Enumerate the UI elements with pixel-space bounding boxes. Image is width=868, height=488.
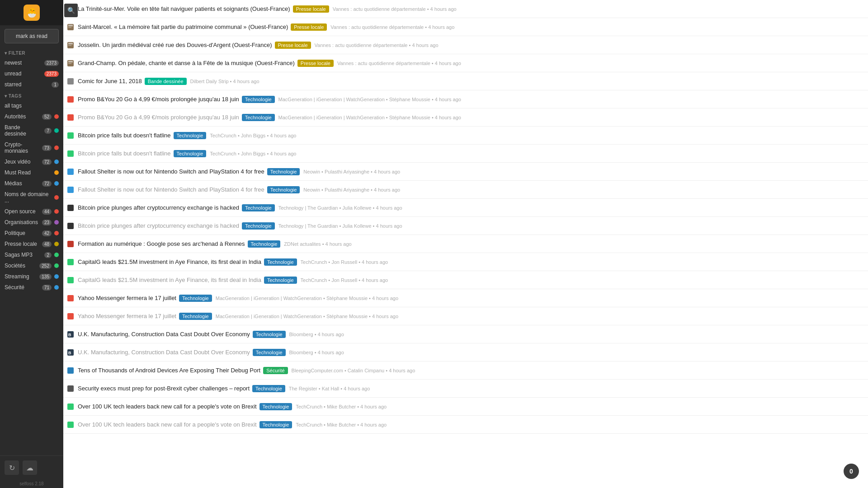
search-button[interactable]: 🔍: [64, 4, 78, 17]
svg-rect-37: [67, 422, 74, 428]
article-row[interactable]: CapitalG leads $21.5M investment in Aye …: [63, 271, 868, 289]
article-row[interactable]: Formation au numérique : Google pose ses…: [63, 235, 868, 253]
sidebar-item-politique[interactable]: Politique42: [0, 228, 63, 239]
article-tag: Presse locale: [291, 23, 327, 31]
article-tag: Technologie: [248, 240, 281, 248]
article-title: Formation au numérique : Google pose ses…: [78, 240, 245, 247]
article-favicon: [67, 150, 74, 157]
article-title: Over 100 UK tech leaders back new call f…: [78, 421, 257, 428]
sidebar-item-sagas-mp3[interactable]: Sagas MP32: [0, 249, 63, 260]
article-title: Fallout Shelter is now out for Nintendo …: [78, 168, 264, 175]
sidebar-bottom: ↻ ☁: [0, 455, 63, 479]
tag-color-dot: [54, 253, 59, 257]
sidebar-tag-label: Politique: [5, 230, 40, 236]
sidebar-item-bande-dessinee[interactable]: Bande dessinée7: [0, 122, 63, 139]
article-row[interactable]: Security execs must prep for post-Brexit…: [63, 380, 868, 398]
article-row[interactable]: Grand-Champ. On pédale, chante et danse …: [63, 54, 868, 72]
article-row[interactable]: Bitcoin price falls but doesn't flatline…: [63, 127, 868, 145]
article-tag: Bande dessinée: [145, 78, 187, 85]
article-row[interactable]: Yahoo Messenger fermera le 17 juilletTec…: [63, 307, 868, 325]
article-favicon: [67, 403, 74, 410]
sidebar-item-crypto-monnaies[interactable]: Crypto-monnaies73: [0, 139, 63, 156]
article-tag: Technologie: [242, 114, 275, 121]
svg-rect-16: [67, 78, 74, 84]
article-row[interactable]: Fallout Shelter is now out for Nintendo …: [63, 163, 868, 181]
sidebar-item-presse-locale[interactable]: Presse locale48: [0, 239, 63, 249]
article-row[interactable]: Yahoo Messenger fermera le 17 juilletTec…: [63, 289, 868, 307]
sidebar: 🐣 mark as read FILTER newest2373unread23…: [0, 0, 63, 488]
sidebar-tag-label: Noms de domaine ...: [5, 191, 52, 204]
article-row[interactable]: La Trinité-sur-Mer. Voile en tête fait n…: [63, 0, 868, 18]
svg-rect-28: [67, 295, 74, 301]
article-meta: TechCrunch • John Biggs • 4 hours ago: [210, 151, 296, 156]
sidebar-item-unread[interactable]: unread2373: [0, 68, 63, 79]
sidebar-item-streaming[interactable]: Streaming135: [0, 271, 63, 282]
version-label: selfoss 2.18: [0, 479, 63, 488]
article-row[interactable]: Bitcoin price falls but doesn't flatline…: [63, 145, 868, 163]
article-favicon: [67, 313, 74, 320]
article-row[interactable]: Comic for June 11, 2018Bande dessinéeDil…: [63, 72, 868, 90]
sidebar-item-open-source[interactable]: Open source44: [0, 206, 63, 217]
article-tag: Technologie: [179, 313, 212, 320]
mark-as-read-button[interactable]: mark as read: [5, 29, 59, 43]
article-meta: Neowin • Pulasthi Ariyasinghe • 4 hours …: [303, 169, 400, 174]
tag-color-dot: [54, 114, 59, 119]
article-tag: Technologie: [252, 385, 285, 392]
article-meta: Technology | The Guardian • Julia Kollew…: [278, 205, 402, 211]
svg-rect-22: [67, 187, 74, 193]
article-favicon: [67, 42, 74, 49]
tags-section-title: TAGS: [0, 90, 63, 100]
article-row[interactable]: Over 100 UK tech leaders back new call f…: [63, 398, 868, 416]
sidebar-item-count: 2373: [44, 60, 59, 66]
logo-icon: 🐣: [26, 7, 38, 18]
article-favicon: [67, 421, 74, 428]
article-favicon: [67, 23, 74, 31]
sidebar-item-medias[interactable]: Médias72: [0, 178, 63, 189]
sidebar-item-jeux-video[interactable]: Jeux vidéo72: [0, 156, 63, 167]
tag-color-dot: [54, 145, 59, 150]
sidebar-item-all-tags[interactable]: all tags: [0, 100, 63, 111]
article-row[interactable]: Tens of Thousands of Android Devices Are…: [63, 361, 868, 380]
sidebar-tag-count: 48: [42, 241, 52, 247]
svg-rect-23: [67, 205, 74, 211]
sidebar-item-autorites[interactable]: Autorités52: [0, 111, 63, 122]
tag-color-dot: [54, 160, 59, 164]
article-row[interactable]: CapitalG leads $21.5M investment in Aye …: [63, 253, 868, 271]
article-tag: Technologie: [242, 204, 275, 211]
sidebar-item-starred[interactable]: starred1: [0, 79, 63, 90]
sidebar-item-must-read[interactable]: Must Read: [0, 167, 63, 178]
article-row[interactable]: Bitcoin price plunges after cryptocurren…: [63, 199, 868, 217]
cloud-button[interactable]: ☁: [23, 460, 37, 475]
sidebar-item-noms-de-domaine[interactable]: Noms de domaine ...: [0, 189, 63, 206]
article-row[interactable]: Fallout Shelter is now out for Nintendo …: [63, 181, 868, 199]
sidebar-item-organisations[interactable]: Organisations23: [0, 217, 63, 228]
app-logo: 🐣: [24, 5, 40, 21]
article-row[interactable]: Promo B&You 20 Go à 4,99 €/mois prolongé…: [63, 108, 868, 127]
sidebar-item-newest[interactable]: newest2373: [0, 57, 63, 68]
refresh-button[interactable]: ↻: [5, 460, 19, 475]
sidebar-tag-label: Médias: [5, 180, 40, 187]
avatar-badge[interactable]: 0: [844, 464, 859, 479]
article-title: Josselin. Un jardin médiéval créé rue de…: [78, 42, 272, 48]
article-meta: TechCrunch • John Biggs • 4 hours ago: [210, 133, 296, 138]
article-row[interactable]: Promo B&You 20 Go à 4,99 €/mois prolongé…: [63, 90, 868, 108]
sidebar-item-securite[interactable]: Sécurité71: [0, 282, 63, 293]
sidebar-item-societes[interactable]: Sociétés252: [0, 260, 63, 271]
article-favicon: [67, 132, 74, 139]
svg-rect-35: [67, 385, 74, 392]
article-row[interactable]: Bitcoin price plunges after cryptocurren…: [63, 217, 868, 235]
svg-text:B: B: [68, 351, 71, 355]
svg-rect-7: [68, 27, 71, 28]
article-tag: Technologie: [267, 186, 300, 193]
article-row[interactable]: Saint-Marcel. « La mémoire fait partie d…: [63, 18, 868, 36]
article-row[interactable]: Over 100 UK tech leaders back new call f…: [63, 416, 868, 434]
article-meta: TechCrunch • Jon Russell • 4 hours ago: [301, 259, 388, 265]
article-favicon: [67, 78, 74, 85]
article-row[interactable]: BU.K. Manufacturing, Construction Data C…: [63, 325, 868, 343]
sidebar-tag-count: 2: [44, 252, 52, 258]
article-title: Promo B&You 20 Go à 4,99 €/mois prolongé…: [78, 114, 239, 121]
article-title: Yahoo Messenger fermera le 17 juillet: [78, 295, 176, 301]
article-row[interactable]: BU.K. Manufacturing, Construction Data C…: [63, 343, 868, 361]
article-row[interactable]: Josselin. Un jardin médiéval créé rue de…: [63, 36, 868, 54]
article-title: Bitcoin price plunges after cryptocurren…: [78, 204, 239, 211]
